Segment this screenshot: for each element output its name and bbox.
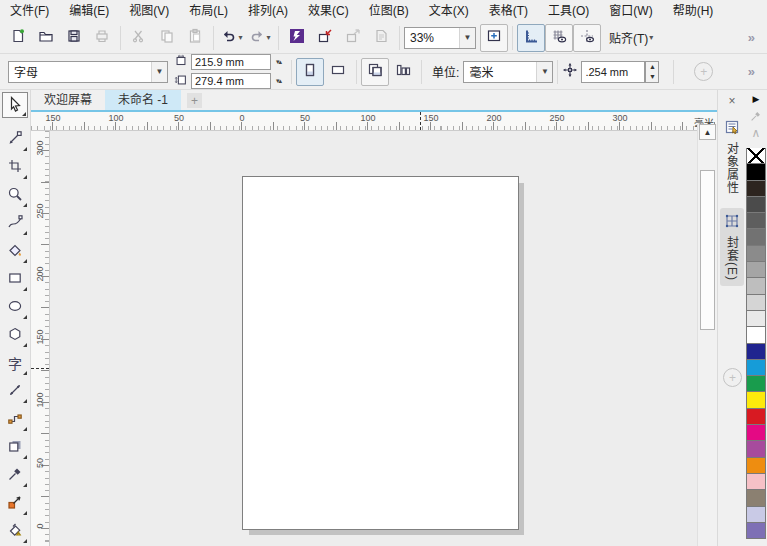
- copy-button[interactable]: [153, 24, 181, 52]
- scrollbar-thumb[interactable]: [700, 170, 715, 330]
- preset-combo-arrow-icon[interactable]: ▼: [151, 62, 167, 82]
- text-tool[interactable]: 字: [2, 350, 28, 376]
- menu-edit[interactable]: 编辑(E): [59, 1, 119, 22]
- menu-bitmaps[interactable]: 位图(B): [359, 1, 419, 22]
- menu-effects[interactable]: 效果(C): [298, 1, 359, 22]
- zoom-level-combo[interactable]: 33% ▼: [404, 27, 476, 49]
- color-swatch-red[interactable]: [746, 408, 766, 425]
- publish-pdf-button[interactable]: [367, 24, 395, 52]
- page-preset-combo[interactable]: 字母 ▼: [8, 61, 168, 83]
- redo-dropdown-icon[interactable]: ▾: [266, 33, 270, 42]
- menu-layout[interactable]: 布局(L): [179, 1, 238, 22]
- smart-fill-tool[interactable]: [2, 238, 28, 264]
- color-swatch-violet[interactable]: [746, 522, 766, 539]
- menu-tools[interactable]: 工具(O): [538, 1, 599, 22]
- menu-text[interactable]: 文本(X): [419, 1, 479, 22]
- units-combo-arrow-icon[interactable]: ▼: [536, 62, 552, 82]
- save-button[interactable]: [60, 24, 88, 52]
- palette-scroll-up-icon[interactable]: ∧: [745, 124, 767, 141]
- color-swatch-90-black[interactable]: [746, 180, 766, 197]
- color-swatch-50-black[interactable]: [746, 245, 766, 262]
- quick-customize-button[interactable]: +: [723, 368, 742, 387]
- show-grid-button[interactable]: [545, 24, 573, 52]
- palette-flyout-icon[interactable]: ▶: [745, 90, 767, 107]
- menu-file[interactable]: 文件(F): [0, 1, 59, 22]
- all-pages-button[interactable]: [361, 58, 389, 86]
- menu-window[interactable]: 窗口(W): [599, 1, 662, 22]
- color-swatch-pink[interactable]: [746, 473, 766, 490]
- landscape-button[interactable]: [324, 58, 352, 86]
- pick-tool[interactable]: [2, 92, 28, 118]
- color-swatch-orange[interactable]: [746, 457, 766, 474]
- undo-dropdown-icon[interactable]: ▾: [238, 33, 242, 42]
- shape-tool[interactable]: [2, 126, 28, 152]
- scroll-up-button[interactable]: ▲: [699, 124, 716, 140]
- nudge-spin-down-icon[interactable]: ▼: [649, 72, 656, 82]
- tab-welcome-screen[interactable]: 欢迎屏幕: [31, 90, 105, 110]
- fullscreen-preview-button[interactable]: [480, 24, 508, 52]
- color-swatch-cyan[interactable]: [746, 359, 766, 376]
- show-rulers-button[interactable]: [517, 24, 545, 52]
- color-swatch-blue[interactable]: [746, 343, 766, 360]
- menu-arrange[interactable]: 排列(A): [238, 1, 298, 22]
- paste-button[interactable]: [181, 24, 209, 52]
- new-document-button[interactable]: [4, 24, 32, 52]
- application-launcher-button[interactable]: [283, 24, 311, 52]
- connector-tool[interactable]: [2, 406, 28, 432]
- drop-shadow-tool[interactable]: [2, 434, 28, 460]
- cut-button[interactable]: [125, 24, 153, 52]
- crop-tool[interactable]: [2, 154, 28, 180]
- freehand-tool[interactable]: [2, 210, 28, 236]
- nudge-field[interactable]: .254 mm: [581, 61, 645, 83]
- width-spinner[interactable]: ▾▴: [276, 58, 281, 66]
- menu-view[interactable]: 视图(V): [119, 1, 179, 22]
- color-swatch-black[interactable]: [746, 163, 766, 180]
- new-document-tab-button[interactable]: +: [187, 93, 202, 108]
- docker-close-button[interactable]: ×: [718, 94, 746, 108]
- color-swatch-no-color[interactable]: [746, 148, 766, 164]
- color-swatch-40-black[interactable]: [746, 261, 766, 278]
- drawing-canvas[interactable]: [50, 131, 697, 546]
- tab-untitled-1[interactable]: 未命名 -1: [105, 90, 181, 110]
- interactive-fill-tool[interactable]: [2, 490, 28, 516]
- redo-button[interactable]: ▾: [246, 24, 274, 52]
- print-button[interactable]: [88, 24, 116, 52]
- toolbar-overflow-button[interactable]: »: [742, 30, 761, 45]
- zoom-combo-arrow-icon[interactable]: ▼: [459, 28, 475, 48]
- height-spinner[interactable]: ▾▴: [276, 77, 281, 85]
- menu-help[interactable]: 帮助(H): [663, 1, 724, 22]
- current-page-button[interactable]: [389, 58, 417, 86]
- color-swatch-purple[interactable]: [746, 440, 766, 457]
- color-swatch-yellow[interactable]: [746, 391, 766, 408]
- zoom-tool[interactable]: [2, 182, 28, 208]
- open-button[interactable]: [32, 24, 60, 52]
- nudge-spinner[interactable]: ▲ ▼: [645, 61, 659, 83]
- color-eyedropper-tool[interactable]: [2, 462, 28, 488]
- fill-tool[interactable]: [2, 518, 28, 544]
- color-swatch-lavender[interactable]: [746, 506, 766, 523]
- color-swatch-green[interactable]: [746, 375, 766, 392]
- color-swatch-30-black[interactable]: [746, 277, 766, 294]
- page[interactable]: [242, 176, 519, 530]
- horizontal-ruler[interactable]: 毫米 15010050050100150200250300: [31, 112, 718, 131]
- color-swatch-white[interactable]: [746, 326, 766, 343]
- add-property-button[interactable]: +: [694, 62, 713, 81]
- color-swatch-60-black[interactable]: [746, 228, 766, 245]
- menu-table[interactable]: 表格(T): [479, 1, 538, 22]
- snap-to-button[interactable]: 贴齐(T) ▾: [609, 29, 653, 46]
- undo-button[interactable]: ▾: [218, 24, 246, 52]
- color-swatch-70-black[interactable]: [746, 212, 766, 229]
- color-swatch-taupe[interactable]: [746, 489, 766, 506]
- export-button[interactable]: [339, 24, 367, 52]
- docker-tab-object-properties[interactable]: 对象属性: [720, 114, 744, 199]
- units-combo[interactable]: 毫米 ▼: [463, 61, 553, 83]
- ellipse-tool[interactable]: [2, 294, 28, 320]
- color-swatch-80-black[interactable]: [746, 196, 766, 213]
- docker-tab-envelope[interactable]: 封套(E): [720, 208, 744, 286]
- dynamic-guides-button[interactable]: [573, 24, 601, 52]
- color-swatch-magenta[interactable]: [746, 424, 766, 441]
- nudge-spin-up-icon[interactable]: ▲: [649, 62, 656, 72]
- color-swatch-10-black[interactable]: [746, 310, 766, 327]
- color-swatch-20-black[interactable]: [746, 294, 766, 311]
- page-height-field[interactable]: 279.4 mm: [191, 73, 271, 89]
